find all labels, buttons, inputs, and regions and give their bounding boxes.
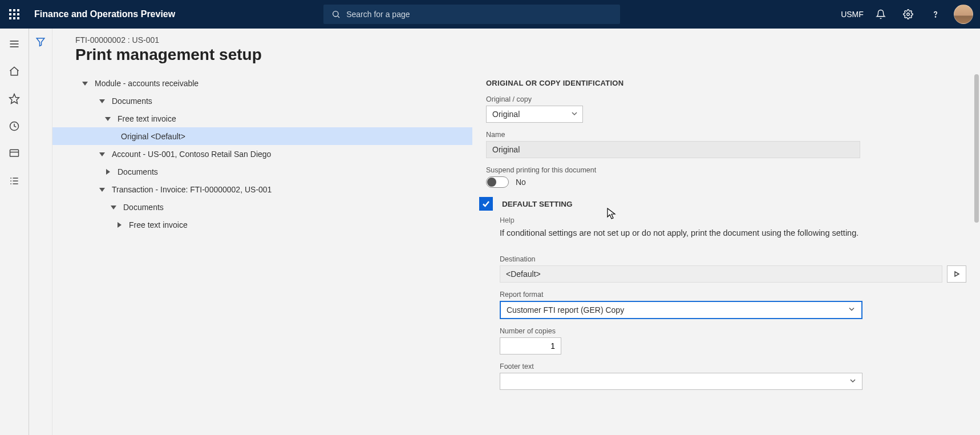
svg-line-10: [338, 16, 339, 18]
tree-view: Module - accounts receivable Documents F…: [52, 69, 472, 435]
search-icon: [331, 10, 341, 19]
default-setting-checkbox[interactable]: [479, 197, 493, 211]
nav-menu-button[interactable]: [8, 38, 21, 50]
svg-marker-16: [10, 94, 19, 104]
filter-icon: [35, 37, 46, 47]
report-format-label: Report format: [500, 291, 966, 299]
tree-node-account[interactable]: Account - US-001, Contoso Retail San Die…: [52, 145, 472, 163]
svg-marker-26: [37, 38, 44, 46]
svg-marker-35: [955, 272, 959, 276]
nav-modules-button[interactable]: [8, 175, 21, 187]
suspend-value: No: [516, 178, 526, 187]
filter-pane-toggle[interactable]: [29, 29, 52, 435]
app-launcher-button[interactable]: [0, 0, 29, 29]
copies-input[interactable]: [500, 337, 561, 355]
svg-rect-6: [9, 17, 11, 19]
svg-rect-1: [13, 9, 15, 11]
svg-point-11: [907, 13, 910, 16]
original-copy-label: Original / copy: [486, 95, 966, 103]
destination-label: Destination: [500, 255, 966, 263]
tree-node-documents[interactable]: Documents: [52, 92, 472, 110]
svg-marker-33: [111, 206, 116, 210]
chevron-down-icon: [571, 110, 578, 119]
tree-node-account-documents[interactable]: Documents: [52, 163, 472, 180]
gear-icon: [903, 9, 913, 19]
app-title: Finance and Operations Preview: [34, 9, 175, 19]
copies-label: Number of copies: [500, 327, 966, 335]
original-copy-select[interactable]: Original: [486, 106, 583, 123]
breadcrumb: FTI-00000002 : US-001: [75, 35, 980, 45]
search-input[interactable]: [346, 10, 612, 19]
svg-marker-32: [99, 188, 105, 192]
workspace-icon: [9, 148, 20, 159]
search-box[interactable]: [323, 5, 620, 24]
help-label: Help: [500, 216, 966, 224]
nav-home-button[interactable]: [8, 65, 21, 78]
nav-recent-button[interactable]: [8, 120, 21, 132]
tree-label: Free text invoice: [129, 220, 188, 229]
report-format-value: Customer FTI report (GER) Copy: [507, 305, 624, 315]
tree-node-transaction[interactable]: Transaction - Invoice: FTI-00000002, US-…: [52, 180, 472, 198]
destination-configure-button[interactable]: [947, 265, 966, 283]
tree-label: Documents: [118, 167, 158, 176]
nav-workspaces-button[interactable]: [8, 147, 21, 160]
caret-right-icon: [115, 222, 123, 228]
home-icon: [9, 66, 20, 77]
top-bar: Finance and Operations Preview USMF: [0, 0, 980, 29]
nav-favorites-button[interactable]: [8, 92, 21, 105]
name-label: Name: [486, 131, 966, 139]
svg-point-12: [935, 17, 936, 17]
tree-label: Transaction - Invoice: FTI-00000002, US-…: [112, 185, 272, 194]
default-setting-title: DEFAULT SETTING: [502, 200, 573, 208]
tree-label: Original <Default>: [121, 132, 185, 141]
page-title: Print management setup: [75, 46, 980, 64]
tree-node-transaction-free-text-invoice[interactable]: Free text invoice: [52, 216, 472, 233]
caret-down-icon: [98, 151, 106, 157]
caret-down-icon: [98, 98, 106, 104]
play-icon: [953, 271, 960, 277]
report-format-select[interactable]: Customer FTI report (GER) Copy: [500, 301, 862, 319]
caret-down-icon: [81, 80, 89, 86]
tree-label: Account - US-001, Contoso Retail San Die…: [112, 150, 271, 159]
clock-icon: [9, 120, 20, 132]
svg-rect-7: [13, 17, 15, 19]
original-copy-value: Original: [492, 110, 520, 119]
tree-label: Documents: [123, 203, 164, 212]
bell-icon: [876, 9, 886, 19]
scrollbar[interactable]: [974, 74, 979, 223]
nav-rail: [0, 29, 29, 435]
help-text: If conditional settings are not set up o…: [500, 228, 966, 239]
tree-node-transaction-documents[interactable]: Documents: [52, 198, 472, 216]
settings-button[interactable]: [894, 0, 922, 29]
form-panel: ORIGINAL OR COPY IDENTIFICATION Original…: [472, 69, 980, 435]
chevron-down-icon: [848, 305, 856, 315]
tree-node-original-default[interactable]: Original <Default>: [52, 127, 472, 145]
section-original-copy-title: ORIGINAL OR COPY IDENTIFICATION: [486, 79, 966, 87]
tree-label: Documents: [112, 96, 152, 106]
notifications-button[interactable]: [867, 0, 894, 29]
user-avatar[interactable]: [954, 5, 973, 24]
caret-down-icon: [104, 116, 112, 122]
svg-rect-3: [9, 13, 11, 15]
modules-icon: [9, 175, 20, 187]
footer-text-select[interactable]: [500, 373, 862, 390]
svg-rect-2: [17, 9, 19, 11]
svg-marker-29: [105, 117, 111, 121]
tree-label: Free text invoice: [118, 114, 176, 123]
hamburger-icon: [9, 38, 20, 50]
caret-right-icon: [104, 169, 112, 175]
svg-point-9: [333, 11, 338, 17]
name-field: [486, 141, 860, 158]
chevron-down-icon: [849, 376, 856, 386]
help-button[interactable]: [922, 0, 949, 29]
tree-node-module[interactable]: Module - accounts receivable: [52, 74, 472, 92]
suspend-toggle[interactable]: [486, 176, 509, 188]
tree-label: Module - accounts receivable: [95, 79, 199, 88]
suspend-label: Suspend printing for this document: [486, 166, 966, 174]
svg-rect-18: [10, 150, 19, 156]
company-selector[interactable]: USMF: [840, 0, 867, 29]
svg-rect-4: [13, 13, 15, 15]
destination-field: [500, 265, 942, 283]
caret-down-icon: [110, 204, 118, 210]
tree-node-free-text-invoice[interactable]: Free text invoice: [52, 110, 472, 127]
